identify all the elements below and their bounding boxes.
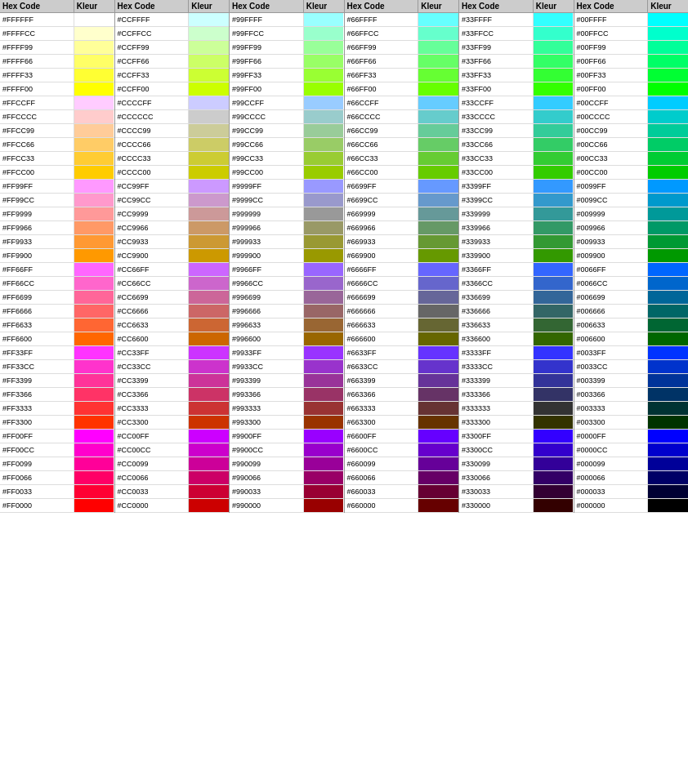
color-swatch bbox=[304, 152, 344, 165]
color-row: #999999 bbox=[230, 207, 344, 221]
color-row: #66CC33 bbox=[345, 152, 459, 166]
color-row: #33CC99 bbox=[459, 124, 574, 138]
hex-code: #666699 bbox=[345, 291, 419, 304]
color-row: #CC6633 bbox=[115, 318, 230, 332]
color-row: #FF33CC bbox=[0, 360, 114, 374]
hex-code: #66CC00 bbox=[345, 166, 419, 179]
hex-code: #FFFFFF bbox=[0, 13, 74, 26]
hex-code: #000099 bbox=[574, 457, 649, 470]
hex-code: #33FF99 bbox=[459, 41, 534, 54]
color-swatch bbox=[304, 457, 344, 470]
color-row: #66FFFF bbox=[345, 13, 459, 27]
color-swatch bbox=[534, 152, 574, 165]
hex-code: #FF0033 bbox=[0, 485, 74, 498]
hex-code: #000066 bbox=[574, 471, 649, 484]
color-row: #6600FF bbox=[345, 430, 459, 443]
color-row: #333366 bbox=[459, 388, 574, 402]
color-row: #CC33CC bbox=[115, 360, 230, 374]
color-swatch bbox=[534, 249, 574, 262]
color-row: #336600 bbox=[459, 332, 574, 346]
color-row: #CC6666 bbox=[115, 305, 230, 318]
color-swatch bbox=[648, 499, 688, 512]
hex-code: #FF9966 bbox=[0, 221, 74, 234]
hex-code: #CC66FF bbox=[115, 263, 190, 276]
color-swatch bbox=[74, 249, 114, 262]
hex-code: #3399CC bbox=[459, 194, 534, 207]
color-row: #6699CC bbox=[345, 194, 459, 207]
color-swatch bbox=[534, 457, 574, 470]
hex-code: #996666 bbox=[230, 305, 304, 318]
color-swatch bbox=[74, 41, 114, 54]
color-swatch bbox=[304, 443, 344, 457]
color-row: #333300 bbox=[459, 416, 574, 430]
color-row: #330099 bbox=[459, 457, 574, 471]
header-kleur-label: Kleur bbox=[534, 0, 574, 12]
color-swatch bbox=[304, 27, 344, 40]
color-swatch bbox=[74, 416, 114, 429]
color-swatch bbox=[418, 443, 458, 457]
color-row: #333333 bbox=[459, 402, 574, 416]
color-swatch bbox=[418, 402, 458, 415]
color-row: #3300CC bbox=[459, 443, 574, 457]
color-swatch bbox=[418, 27, 458, 40]
color-swatch bbox=[418, 221, 458, 234]
color-row: #FF00CC bbox=[0, 443, 114, 457]
color-swatch bbox=[648, 457, 688, 470]
color-swatch bbox=[534, 318, 574, 332]
color-row: #3366CC bbox=[459, 277, 574, 291]
color-row: #FF9900 bbox=[0, 249, 114, 263]
color-swatch bbox=[648, 263, 688, 276]
color-row: #999900 bbox=[230, 249, 344, 263]
header-hex-label: Hex Code bbox=[115, 0, 190, 12]
color-swatch bbox=[189, 138, 229, 151]
color-row: #FFFF33 bbox=[0, 69, 114, 82]
color-row: #66FFCC bbox=[345, 27, 459, 41]
color-swatch bbox=[74, 194, 114, 207]
color-swatch bbox=[304, 360, 344, 373]
hex-code: #9900CC bbox=[230, 443, 304, 457]
color-row: #003333 bbox=[574, 402, 689, 416]
hex-code: #330033 bbox=[459, 485, 534, 498]
color-row: #FF9933 bbox=[0, 235, 114, 249]
color-row: #666666 bbox=[345, 305, 459, 318]
hex-code: #0033CC bbox=[574, 360, 649, 373]
color-row: #00CC99 bbox=[574, 124, 689, 138]
color-row: #CC0033 bbox=[115, 485, 230, 499]
color-row: #003300 bbox=[574, 416, 689, 430]
color-swatch bbox=[648, 332, 688, 345]
color-row: #FFFF99 bbox=[0, 41, 114, 55]
color-row: #0066FF bbox=[574, 263, 689, 277]
hex-code: #3300FF bbox=[459, 430, 534, 443]
color-row: #9900FF bbox=[230, 430, 344, 443]
color-row: #CC9900 bbox=[115, 249, 230, 263]
column-5: Hex CodeKleur#00FFFF#00FFCC#00FF99#00FF6… bbox=[574, 0, 689, 513]
color-row: #6699FF bbox=[345, 180, 459, 194]
color-row: #CC9999 bbox=[115, 207, 230, 221]
color-row: #33FF33 bbox=[459, 69, 574, 82]
hex-code: #FFCC99 bbox=[0, 124, 74, 137]
hex-code: #3366CC bbox=[459, 277, 534, 290]
hex-code: #FF6633 bbox=[0, 318, 74, 332]
color-swatch bbox=[304, 82, 344, 96]
hex-code: #00CC66 bbox=[574, 138, 649, 151]
color-swatch bbox=[534, 499, 574, 512]
color-swatch bbox=[534, 443, 574, 457]
color-swatch bbox=[418, 332, 458, 345]
color-swatch bbox=[534, 82, 574, 96]
color-swatch bbox=[304, 180, 344, 193]
hex-code: #999900 bbox=[230, 249, 304, 262]
hex-code: #6666FF bbox=[345, 263, 419, 276]
hex-code: #333300 bbox=[459, 416, 534, 429]
color-row: #99FF66 bbox=[230, 55, 344, 69]
hex-code: #9999FF bbox=[230, 180, 304, 193]
header-kleur-label: Kleur bbox=[304, 0, 344, 12]
column-4: Hex CodeKleur#33FFFF#33FFCC#33FF99#33FF6… bbox=[459, 0, 574, 513]
hex-code: #663333 bbox=[345, 402, 419, 415]
color-swatch bbox=[534, 180, 574, 193]
color-row: #FF9966 bbox=[0, 221, 114, 235]
color-row: #CCFF00 bbox=[115, 82, 230, 96]
color-swatch bbox=[648, 96, 688, 109]
hex-code: #FFFF66 bbox=[0, 55, 74, 68]
color-swatch bbox=[648, 249, 688, 262]
color-row: #99FF99 bbox=[230, 41, 344, 55]
